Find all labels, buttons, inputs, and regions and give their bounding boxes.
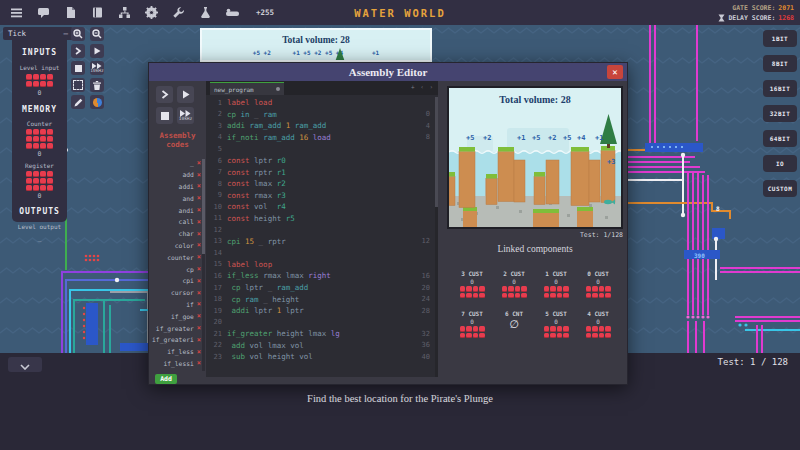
fast-forward-button[interactable]: 10kHz — [90, 61, 104, 75]
side-button-64bit[interactable]: 64BIT — [763, 130, 797, 147]
code-line[interactable]: 2cp in _ ram0 — [206, 109, 438, 121]
editor-fast-forward-button[interactable]: 10kHz — [177, 107, 194, 124]
chevron-down-icon — [20, 355, 30, 374]
remove-opcode-button[interactable]: × — [197, 171, 201, 179]
code-scrollbar-thumb[interactable] — [435, 97, 438, 207]
objective-text: Find the best location for the Pirate's … — [0, 393, 800, 404]
linked-component-bits — [586, 286, 611, 298]
tick-selector[interactable]: Tick – — [3, 27, 73, 40]
remove-opcode-button[interactable]: × — [197, 230, 201, 238]
remove-opcode-button[interactable]: × — [197, 348, 201, 356]
stop-button[interactable] — [71, 61, 85, 75]
code-line[interactable]: 4if_noti ram_add 16 load8 — [206, 132, 438, 144]
remove-opcode-button[interactable]: × — [197, 324, 201, 332]
code-lines: 1label load2cp in _ ram03addi ram_add 1 … — [206, 97, 438, 363]
remove-opcode-button[interactable]: × — [197, 182, 201, 190]
play-button[interactable] — [90, 44, 104, 58]
editor-title: Assembly Editor — [349, 66, 428, 78]
code-line[interactable]: 3addi ram_add 1 ram_add4 — [206, 120, 438, 132]
gate-score-value: 2071 — [778, 3, 794, 13]
remove-opcode-button[interactable]: × — [197, 289, 201, 297]
linked-component-label: 1 CUST — [545, 270, 567, 277]
code-line[interactable]: 6const lptr r0 — [206, 155, 438, 167]
linked-component-value: 0 — [512, 278, 516, 285]
code-line[interactable]: 5 — [206, 143, 438, 155]
opcode-label: call — [179, 218, 194, 225]
close-icon[interactable]: ✕ — [607, 65, 623, 79]
remove-opcode-button[interactable]: × — [197, 253, 201, 261]
remove-opcode-button[interactable]: × — [197, 336, 201, 344]
code-line[interactable]: 11const height r5 — [206, 212, 438, 224]
code-line[interactable]: 15label loop — [206, 259, 438, 271]
code-line[interactable]: 22 add vol lmax vol36 — [206, 339, 438, 351]
register-value: 0 — [38, 192, 42, 200]
tab-new-program[interactable]: new_program — [210, 82, 284, 95]
editor-stop-button[interactable] — [156, 107, 173, 124]
editor-play-button[interactable] — [177, 86, 194, 103]
zoom-out-button[interactable] — [90, 27, 104, 41]
remove-opcode-button[interactable]: × — [197, 300, 201, 308]
step-button[interactable] — [71, 44, 85, 58]
edit-pencil-button[interactable] — [71, 95, 85, 109]
code-line[interactable]: 9const rmax r3 — [206, 189, 438, 201]
opcode-row: color× — [153, 240, 201, 252]
side-button-custom[interactable]: CUSTOM — [763, 180, 797, 197]
code-line[interactable]: 7const rptr r1 — [206, 166, 438, 178]
side-button-8bit[interactable]: 8BIT — [763, 55, 797, 72]
add-opcode-button[interactable]: Add — [155, 374, 177, 384]
remove-opcode-button[interactable]: × — [197, 359, 201, 367]
code-line[interactable]: 1label load — [206, 97, 438, 109]
linked-row-1: 3 CUST02 CUST01 CUST00 CUST0 — [447, 270, 623, 298]
editor-tab-bar: new_program + ‹ › — [206, 81, 438, 95]
opcode-label: if_goe — [171, 313, 194, 320]
code-line[interactable]: 13cpi 15 _ rptr12 — [206, 236, 438, 248]
side-button-32bit[interactable]: 32BIT — [763, 105, 797, 122]
register-bits[interactable] — [26, 171, 53, 191]
code-line[interactable]: 17 cp lptr _ ram_add20 — [206, 282, 438, 294]
empty-value-glyph: ∅ — [509, 318, 519, 331]
code-line[interactable]: 10const vol r4 — [206, 201, 438, 213]
linked-component-label: 7 CUST — [461, 310, 483, 317]
code-line[interactable]: 14 — [206, 247, 438, 259]
editor-title-bar[interactable]: Assembly Editor — [149, 63, 627, 81]
opcode-row: if_goe× — [153, 310, 201, 322]
remove-opcode-button[interactable]: × — [197, 277, 201, 285]
side-button-io[interactable]: IO — [763, 155, 797, 172]
code-line[interactable]: 16if_less rmax lmax right16 — [206, 270, 438, 282]
collapse-button[interactable]: – — [63, 29, 68, 38]
remove-opcode-button[interactable]: × — [197, 206, 201, 214]
select-area-button[interactable] — [71, 78, 85, 92]
side-button-16bit[interactable]: 16BIT — [763, 80, 797, 97]
opcode-label: if_greateri — [152, 336, 194, 343]
background-preview-numbers: +5 +2 +1 +5 +2 +5 +4 +1 — [202, 49, 430, 56]
remove-opcode-button[interactable]: × — [197, 265, 201, 273]
opcode-row: andi× — [153, 204, 201, 216]
palette-button[interactable] — [90, 95, 104, 109]
linked-component-bits — [502, 286, 527, 298]
editor-step-button[interactable] — [156, 86, 173, 103]
counter-bits[interactable] — [26, 129, 53, 149]
side-button-1bit[interactable]: 1BIT — [763, 30, 797, 47]
opcode-scrollbar[interactable] — [202, 159, 205, 371]
opcode-row: _× — [153, 157, 201, 169]
code-line[interactable]: 12 — [206, 224, 438, 236]
remove-opcode-button[interactable]: × — [197, 241, 201, 249]
code-line[interactable]: 21if_greater height lmax lg32 — [206, 328, 438, 340]
remove-opcode-button[interactable]: × — [197, 194, 201, 202]
expand-panel-button[interactable] — [8, 357, 42, 372]
code-line[interactable]: 20 — [206, 316, 438, 328]
remove-opcode-button[interactable]: × — [197, 312, 201, 320]
code-line[interactable]: 23 sub vol height vol40 — [206, 351, 438, 363]
level-input-bits[interactable] — [26, 74, 53, 87]
delete-button[interactable] — [90, 78, 104, 92]
remove-opcode-button[interactable]: × — [197, 218, 201, 226]
code-line[interactable]: 19 addi lptr 1 lptr28 — [206, 305, 438, 317]
tab-bar-controls[interactable]: + ‹ › — [411, 83, 434, 90]
code-line[interactable]: 8const lmax r2 — [206, 178, 438, 190]
zoom-in-button[interactable] — [71, 27, 85, 41]
bit-width-buttons: 1BIT8BIT16BIT32BIT64BITIOCUSTOM — [763, 30, 797, 197]
code-editor[interactable]: new_program + ‹ › 1label load2cp in _ ra… — [206, 81, 438, 377]
code-line[interactable]: 18 cp ram _ height24 — [206, 293, 438, 305]
preview-test-counter: Test: 1/128 — [447, 231, 623, 239]
remove-opcode-button[interactable]: × — [197, 159, 201, 167]
